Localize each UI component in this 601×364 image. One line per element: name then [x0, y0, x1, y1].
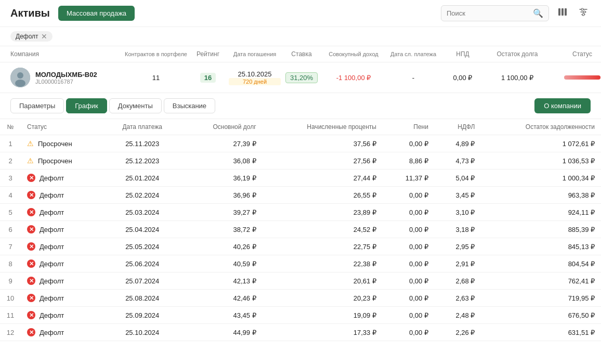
table-column-headers: Компания Контрактов в портфеле Рейтинг Д…: [0, 46, 601, 62]
filter-tag-label: Дефолт: [16, 33, 38, 40]
cell-remainder: 1 000,34 ₽: [481, 170, 601, 187]
cell-penalty: 11,37 ₽: [383, 170, 435, 187]
cell-date: 25.12.2023: [104, 152, 180, 170]
table-row: 4 ✕ Дефолт 25.02.2024 36,96 ₽ 26,55 ₽ 0,…: [0, 187, 601, 204]
header-right: 🔍: [441, 5, 591, 21]
page-title: Активы: [10, 7, 50, 19]
status-text: Дефолт: [40, 209, 64, 216]
table-row: 11 ✕ Дефолт 25.09.2024 43,45 ₽ 19,09 ₽ 0…: [0, 307, 601, 324]
cell-principal: 39,27 ₽: [180, 204, 262, 221]
cell-interest: 26,55 ₽: [263, 187, 383, 204]
filter-bar: Дефолт ✕: [0, 27, 601, 46]
cell-principal: 42,46 ₽: [180, 290, 262, 307]
rating-badge: 16: [200, 73, 216, 83]
cell-num: 13: [0, 341, 21, 343]
cell-penalty: 0,00 ₽: [383, 238, 435, 255]
about-company-button[interactable]: О компании: [534, 98, 591, 113]
filter-tag-close[interactable]: ✕: [41, 33, 47, 40]
error-icon: ✕: [27, 191, 35, 199]
maturity-date: 25.10.2025: [229, 70, 281, 78]
svg-rect-1: [561, 8, 564, 16]
table-row: 8 ✕ Дефолт 25.06.2024 40,59 ₽ 22,38 ₽ 0,…: [0, 255, 601, 272]
cell-interest: 20,23 ₽: [263, 290, 383, 307]
cell-num: 1: [0, 135, 21, 152]
filter-tag-default: Дефолт ✕: [10, 31, 53, 42]
company-last-payment: -: [385, 74, 442, 82]
cell-principal: 36,96 ₽: [180, 187, 262, 204]
cell-date: 25.07.2024: [104, 272, 180, 290]
cell-status: ✕ Дефолт: [21, 341, 104, 343]
cell-penalty: 0,00 ₽: [383, 290, 435, 307]
cell-remainder: 885,39 ₽: [481, 221, 601, 238]
cell-status: ✕ Дефолт: [21, 187, 104, 204]
tab-recovery[interactable]: Взыскание: [164, 98, 215, 113]
cell-num: 3: [0, 170, 21, 187]
columns-icon[interactable]: [555, 6, 570, 21]
company-name: МОЛОДЫХМБ-В02: [35, 71, 97, 79]
cell-remainder: 631,51 ₽: [481, 324, 601, 341]
error-icon: ✕: [27, 225, 35, 233]
error-icon: ✕: [27, 259, 35, 268]
cell-status: ✕ Дефолт: [21, 170, 104, 187]
cell-status: ✕ Дефолт: [21, 238, 104, 255]
col-contracts: Контрактов в портфеле: [125, 50, 187, 58]
cell-ndfl: 2,91 ₽: [435, 255, 481, 272]
th-ndfl: НДФЛ: [435, 119, 481, 135]
cell-penalty: 8,86 ₽: [383, 152, 435, 170]
cell-date: 25.11.2023: [104, 135, 180, 152]
status-text: Дефолт: [40, 329, 64, 336]
filter-icon[interactable]: [576, 6, 591, 21]
cell-date: 25.02.2024: [104, 187, 180, 204]
cell-principal: 40,59 ₽: [180, 255, 262, 272]
header-left: Активы Массовая продажа: [10, 6, 135, 21]
cell-principal: 40,26 ₽: [180, 238, 262, 255]
cell-interest: 24,52 ₽: [263, 221, 383, 238]
cell-remainder: 1 036,53 ₽: [481, 152, 601, 170]
warn-icon: ⚠: [27, 157, 34, 165]
status-text: Дефолт: [40, 311, 64, 319]
table-row: 9 ✕ Дефолт 25.07.2024 42,13 ₽ 20,61 ₽ 0,…: [0, 272, 601, 290]
cell-status: ✕ Дефолт: [21, 204, 104, 221]
cell-remainder: 804,54 ₽: [481, 255, 601, 272]
cell-remainder: 585,97 ₽: [481, 341, 601, 343]
schedule-table: № Статус Дата платежа Основной долг Начи…: [0, 119, 601, 343]
mass-sale-button[interactable]: Массовая продажа: [58, 6, 135, 21]
tab-schedule[interactable]: График: [66, 98, 107, 113]
cell-ndfl: 2,68 ₽: [435, 272, 481, 290]
tab-params[interactable]: Параметры: [10, 98, 64, 113]
cell-penalty: 0,00 ₽: [383, 341, 435, 343]
cell-status: ✕ Дефолт: [21, 290, 104, 307]
cell-status: ✕ Дефолт: [21, 272, 104, 290]
cell-num: 7: [0, 238, 21, 255]
cell-penalty: 0,00 ₽: [383, 255, 435, 272]
cell-penalty: 0,00 ₽: [383, 204, 435, 221]
tab-docs[interactable]: Документы: [109, 98, 162, 113]
cell-remainder: 719,95 ₽: [481, 290, 601, 307]
error-icon: ✕: [27, 277, 35, 285]
cell-status: ✕ Дефолт: [21, 255, 104, 272]
cell-num: 12: [0, 324, 21, 341]
cell-num: 2: [0, 152, 21, 170]
tabs-row: Параметры График Документы Взыскание О к…: [0, 93, 601, 119]
status-text: Просрочен: [38, 157, 72, 165]
cell-num: 8: [0, 255, 21, 272]
cell-status: ⚠ Просрочен: [21, 135, 104, 152]
cell-status: ✕ Дефолт: [21, 221, 104, 238]
search-input[interactable]: [447, 9, 530, 17]
col-rating: Рейтинг: [187, 50, 229, 58]
status-text: Просрочен: [38, 140, 72, 148]
col-company: Компания: [10, 50, 125, 58]
svg-rect-0: [558, 8, 560, 16]
company-npd: 0,00 ₽: [442, 74, 484, 82]
cell-principal: 36,19 ₽: [180, 170, 262, 187]
company-id: JL0000016787: [35, 79, 97, 85]
status-text: Дефолт: [40, 174, 64, 182]
table-row: 10 ✕ Дефолт 25.08.2024 42,46 ₽ 20,23 ₽ 0…: [0, 290, 601, 307]
cell-interest: 17,33 ₽: [263, 324, 383, 341]
th-penalty: Пени: [383, 119, 435, 135]
table-row: 5 ✕ Дефолт 25.03.2024 39,27 ₽ 23,89 ₽ 0,…: [0, 204, 601, 221]
th-status: Статус: [21, 119, 104, 135]
cell-principal: 45,54 ₽: [180, 341, 262, 343]
cell-penalty: 0,00 ₽: [383, 307, 435, 324]
error-icon: ✕: [27, 208, 35, 216]
